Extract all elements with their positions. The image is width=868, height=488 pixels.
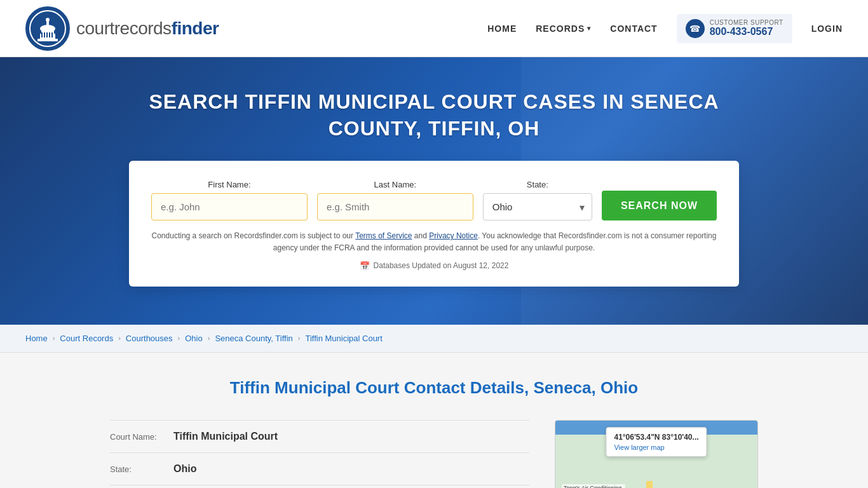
hero-title: SEARCH TIFFIN MUNICIPAL COURT CASES IN S… <box>148 89 720 142</box>
first-name-field-group: First Name: <box>151 180 308 220</box>
phone-icon: ☎ <box>686 19 705 38</box>
breadcrumb-sep-4: › <box>208 334 210 342</box>
road-vertical-1 <box>646 481 653 488</box>
content-title: Tiffin Municipal Court Contact Details, … <box>110 378 758 398</box>
details-map-row: Court Name: Tiffin Municipal Court State… <box>110 420 758 488</box>
state-label: State: <box>483 180 592 189</box>
state-detail-label: State: <box>110 464 167 474</box>
last-name-label: Last Name: <box>317 180 473 189</box>
logo-area: courtrecordsfinder <box>25 6 219 51</box>
chevron-down-icon: ▾ <box>587 25 591 32</box>
hero-section: SEARCH TIFFIN MUNICIPAL COURT CASES IN S… <box>0 57 868 325</box>
search-button[interactable]: SEARCH NOW <box>602 191 717 220</box>
map-container: Tong's Air Conditioning, Heating & Plumb… <box>555 420 758 488</box>
logo-icon <box>25 6 70 51</box>
table-row: State: Ohio <box>110 452 529 485</box>
breadcrumb: Home › Court Records › Courthouses › Ohi… <box>0 325 868 353</box>
tongs-label: Tong's Air Conditioning, Heating & Plumb… <box>562 484 625 488</box>
logo-text: courtrecordsfinder <box>76 18 219 39</box>
table-row: Court Name: Tiffin Municipal Court <box>110 420 529 452</box>
state-detail-value: Ohio <box>173 463 196 475</box>
breadcrumb-home[interactable]: Home <box>25 334 48 343</box>
state-wrapper: OhioAlabamaAlaskaArizonaArkansasCaliforn… <box>483 193 592 220</box>
svg-rect-7 <box>41 32 43 37</box>
nav-records[interactable]: RECORDS ▾ <box>536 24 591 34</box>
first-name-label: First Name: <box>151 180 308 189</box>
state-field-group: State: OhioAlabamaAlaskaArizonaArkansasC… <box>483 180 592 220</box>
breadcrumb-sep-3: › <box>178 334 180 342</box>
view-larger-map-link[interactable]: View larger map <box>614 444 698 451</box>
last-name-field-group: Last Name: <box>317 180 473 220</box>
svg-point-6 <box>46 18 50 22</box>
main-nav: HOME RECORDS ▾ CONTACT ☎ CUSTOMER SUPPOR… <box>487 14 843 43</box>
main-content: Tiffin Municipal Court Contact Details, … <box>85 353 783 488</box>
calendar-icon: 📅 <box>360 261 370 271</box>
svg-rect-2 <box>37 39 58 41</box>
details-table: Court Name: Tiffin Municipal Court State… <box>110 420 529 485</box>
map-area: Tong's Air Conditioning, Heating & Plumb… <box>555 420 758 488</box>
terms-link[interactable]: Terms of Service <box>355 231 412 240</box>
svg-rect-8 <box>44 32 45 37</box>
breadcrumb-current: Tiffin Municipal Court <box>305 334 382 343</box>
last-name-input[interactable] <box>317 193 473 220</box>
court-name-value: Tiffin Municipal Court <box>173 431 278 442</box>
svg-rect-10 <box>49 32 50 37</box>
nav-contact[interactable]: CONTACT <box>610 24 657 34</box>
nav-login[interactable]: LOGIN <box>811 24 843 34</box>
breadcrumb-court-records[interactable]: Court Records <box>60 334 113 343</box>
breadcrumb-ohio[interactable]: Ohio <box>185 334 202 343</box>
first-name-input[interactable] <box>151 193 308 220</box>
breadcrumb-sep-5: › <box>298 334 301 342</box>
db-updated: 📅 Databases Updated on August 12, 2022 <box>151 261 717 271</box>
court-name-label: Court Name: <box>110 432 167 442</box>
site-header: courtrecordsfinder HOME RECORDS ▾ CONTAC… <box>0 0 868 57</box>
support-text: CUSTOMER SUPPORT 800-433-0567 <box>710 19 783 37</box>
breadcrumb-sep-1: › <box>53 334 55 342</box>
search-fields: First Name: Last Name: State: OhioAlabam… <box>151 180 717 220</box>
privacy-link[interactable]: Privacy Notice <box>429 231 478 240</box>
search-box: First Name: Last Name: State: OhioAlabam… <box>129 161 739 286</box>
svg-rect-11 <box>51 32 53 37</box>
breadcrumb-sep-2: › <box>118 334 121 342</box>
map-tooltip: 41°06'53.4"N 83°10'40... View larger map <box>606 427 707 457</box>
svg-rect-9 <box>46 32 48 37</box>
support-block: ☎ CUSTOMER SUPPORT 800-433-0567 <box>677 14 792 43</box>
breadcrumb-courthouses[interactable]: Courthouses <box>126 334 173 343</box>
breadcrumb-seneca[interactable]: Seneca County, Tiffin <box>215 334 292 343</box>
state-select[interactable]: OhioAlabamaAlaskaArizonaArkansasCaliforn… <box>483 193 592 220</box>
nav-home[interactable]: HOME <box>487 24 517 34</box>
disclaimer-text: Conducting a search on Recordsfinder.com… <box>151 230 717 254</box>
